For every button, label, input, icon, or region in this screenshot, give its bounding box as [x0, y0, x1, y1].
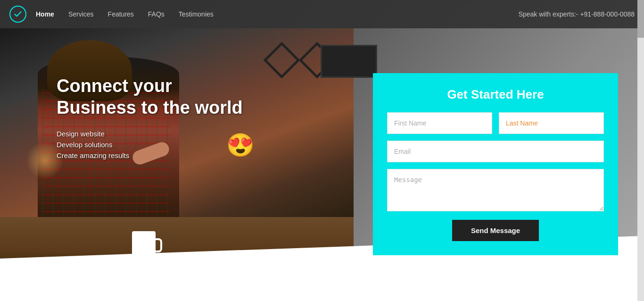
- nav-links: Home Services Features FAQs Testimonies: [36, 10, 519, 18]
- hero-list-item-3: Create amazing results: [57, 151, 245, 159]
- last-name-input[interactable]: [499, 112, 604, 134]
- hero-monitor: [321, 45, 377, 78]
- email-input[interactable]: [387, 141, 604, 162]
- hero-title: Connect your Business to the world: [57, 75, 245, 118]
- phone-number: Speak with experts:- +91-888-000-0088: [519, 10, 635, 18]
- nav-link-home[interactable]: Home: [36, 10, 54, 18]
- form-title: Get Started Here: [387, 87, 604, 102]
- logo[interactable]: [9, 6, 26, 23]
- scrollbar[interactable]: [637, 0, 644, 301]
- nav-link-testimonies[interactable]: Testimonies: [179, 10, 214, 18]
- message-textarea[interactable]: [387, 169, 604, 211]
- diamond-left: [264, 42, 300, 79]
- hero-list-item-1: Design website: [57, 130, 245, 138]
- hero-list: Design website Develop solutions Create …: [57, 130, 245, 159]
- nav-link-services[interactable]: Services: [68, 10, 94, 18]
- first-name-input[interactable]: [387, 112, 492, 134]
- hero-section: 😍 Connect your Business to the world Des…: [0, 0, 644, 274]
- scrollbar-thumb[interactable]: [637, 0, 644, 38]
- nav-link-faqs[interactable]: FAQs: [148, 10, 165, 18]
- contact-form-card: Get Started Here Send Message: [373, 73, 618, 255]
- navbar: Home Services Features FAQs Testimonies …: [0, 0, 644, 28]
- hero-list-item-2: Develop solutions: [57, 141, 245, 149]
- nav-link-features[interactable]: Features: [108, 10, 134, 18]
- hero-content: Connect your Business to the world Desig…: [57, 75, 245, 162]
- send-message-button[interactable]: Send Message: [452, 220, 539, 241]
- form-name-row: [387, 112, 604, 134]
